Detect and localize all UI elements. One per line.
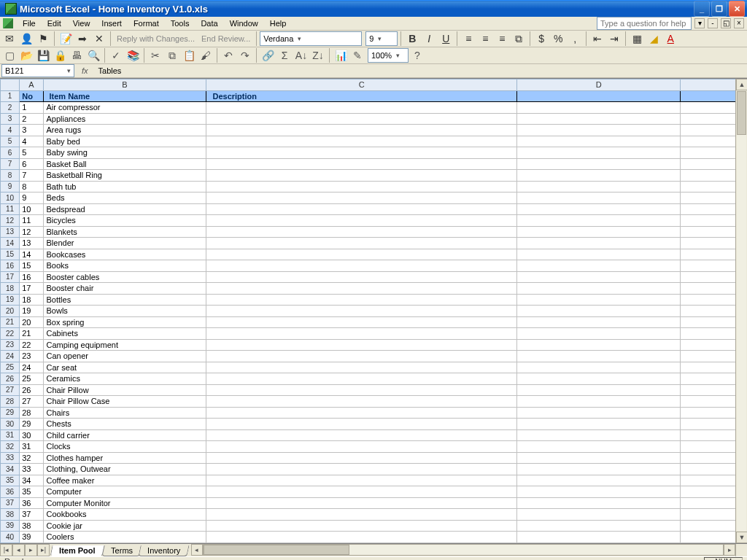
cell[interactable] [517,283,681,295]
cell-no[interactable]: 18 [20,294,43,306]
cell[interactable] [681,316,735,328]
tab-first-icon[interactable]: |◂ [0,544,12,556]
cell[interactable] [517,158,681,170]
cell-item-name[interactable]: Computer Monitor [43,497,206,509]
cell-no[interactable]: 21 [20,328,43,340]
cell[interactable] [681,147,735,159]
cell[interactable] [517,306,681,317]
cell-description[interactable] [206,486,517,498]
cell[interactable] [517,249,681,260]
row-header[interactable]: 1 [1,90,20,102]
borders-button[interactable]: ▦ [629,31,645,47]
cell-item-name[interactable]: Chair Pillow [43,384,206,396]
tab-last-icon[interactable]: ▸| [37,544,50,556]
cell[interactable] [681,396,735,408]
cell-description[interactable] [206,181,517,192]
menu-help[interactable]: Help [265,18,292,29]
cell[interactable] [681,328,735,340]
hscroll-thumb[interactable] [204,545,349,555]
cell[interactable] [681,373,735,385]
row-header[interactable]: 36 [1,486,20,498]
cell[interactable] [681,520,735,532]
cell-no[interactable]: 29 [20,419,43,430]
cell[interactable] [517,441,681,453]
autosum-icon[interactable]: Σ [276,47,293,63]
row-header[interactable]: 13 [1,226,20,238]
scroll-down-icon[interactable]: ▼ [736,532,747,543]
cell-item-name[interactable]: Area rugs [43,125,206,136]
doc-minimize-button[interactable]: - [708,18,718,28]
cell[interactable] [517,90,681,102]
cell-no[interactable]: 16 [20,271,43,283]
col-header-b[interactable]: B [43,79,206,91]
paste-icon[interactable]: 📋 [181,47,197,63]
col-header-blank[interactable] [681,79,735,91]
cell[interactable] [517,362,681,373]
align-left-button[interactable]: ≡ [460,31,476,47]
cell[interactable] [681,113,735,125]
vertical-scrollbar[interactable]: ▲ ▼ [735,79,747,543]
row-header[interactable]: 39 [1,520,20,532]
cell-no[interactable]: 28 [20,407,43,419]
sheet-tab[interactable]: Item Pool [50,545,104,556]
row-header[interactable]: 26 [1,373,20,385]
close-button[interactable]: ✕ [729,1,745,17]
cell[interactable] [517,407,681,419]
cell[interactable] [681,351,735,362]
permission-icon[interactable]: 🔒 [52,47,68,63]
row-header[interactable]: 24 [1,351,20,362]
cell-description[interactable] [206,238,517,249]
help-search-input[interactable] [597,17,692,30]
cell[interactable] [517,181,681,192]
copy-icon[interactable]: ⧉ [164,47,180,63]
drawing-icon[interactable]: ✎ [349,47,365,63]
cell-description[interactable] [206,170,517,182]
cell-no[interactable]: 25 [20,373,43,385]
cell-description[interactable] [206,475,517,486]
cell[interactable] [517,113,681,125]
maximize-button[interactable]: ❐ [711,1,727,17]
cell[interactable] [517,475,681,486]
menu-data[interactable]: Data [196,18,222,29]
flag-icon[interactable]: ⚑ [35,31,51,47]
vscroll-thumb[interactable] [737,91,746,135]
cell-description[interactable] [206,260,517,272]
cell-description[interactable] [206,306,517,317]
cell-item-name[interactable]: Bath tub [43,181,206,192]
cell-item-name[interactable]: Beds [43,192,206,204]
menu-insert[interactable]: Insert [96,18,127,29]
cell-description[interactable] [206,441,517,453]
show-changes-icon[interactable]: 📝 [58,31,74,47]
align-center-button[interactable]: ≡ [477,31,493,47]
cell[interactable] [681,362,735,373]
cell-item-name[interactable]: Cabinets [43,328,206,340]
cell-description[interactable] [206,532,517,543]
redo-icon[interactable]: ↷ [237,47,253,63]
sheet-tab[interactable]: Inventory [139,545,190,556]
row-header[interactable]: 22 [1,328,20,340]
cell[interactable] [517,147,681,159]
cell[interactable] [681,90,735,102]
cell-no[interactable]: 5 [20,147,43,159]
cut-icon[interactable]: ✂ [147,47,163,63]
select-all-corner[interactable] [1,79,20,91]
row-header[interactable]: 27 [1,384,20,396]
cell[interactable] [517,226,681,238]
formula-content[interactable]: Tables [96,66,122,75]
cell-no[interactable]: 6 [20,158,43,170]
cell-no[interactable]: 7 [20,170,43,182]
cell-no[interactable]: 3 [20,125,43,136]
cell-no[interactable]: 26 [20,384,43,396]
comma-button[interactable]: , [567,31,583,47]
cell[interactable] [517,419,681,430]
cell-no[interactable]: 8 [20,181,43,192]
cell[interactable] [517,373,681,385]
increase-indent-button[interactable]: ⇥ [606,31,622,47]
row-header[interactable]: 31 [1,429,20,441]
cell-description[interactable] [206,147,517,159]
cell-item-name[interactable]: Box spring [43,316,206,328]
cell-item-name[interactable]: Chair Pillow Case [43,396,206,408]
sort-desc-icon[interactable]: Z↓ [310,47,326,63]
cell[interactable] [517,316,681,328]
cell[interactable] [681,283,735,295]
